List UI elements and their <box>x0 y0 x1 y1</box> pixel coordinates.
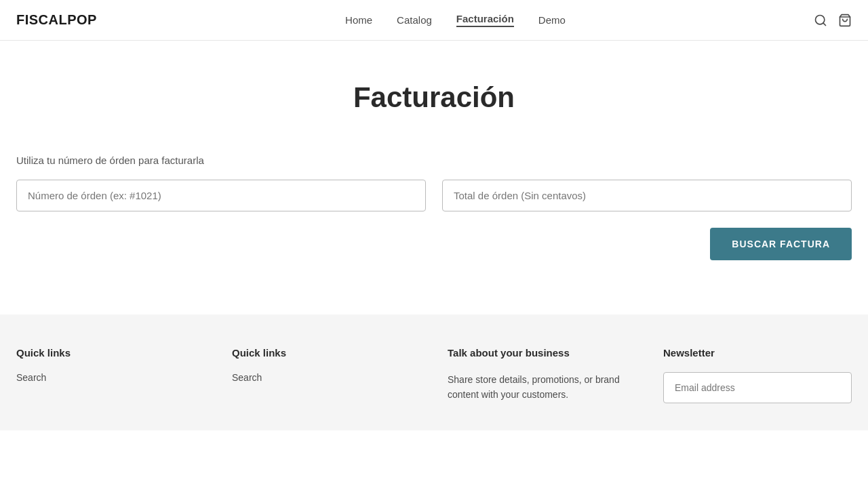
form-description: Utiliza tu número de órden para facturar… <box>16 155 852 166</box>
footer-title-2: Quick links <box>232 347 420 359</box>
footer-section-1: Quick links Search <box>16 347 205 403</box>
main-nav: Home Catalog Facturación Demo <box>345 13 566 27</box>
form-row <box>16 180 852 211</box>
footer-link-search-1[interactable]: Search <box>16 372 205 383</box>
footer-section-2: Quick links Search <box>232 347 420 403</box>
nav-catalog[interactable]: Catalog <box>397 14 432 26</box>
footer-title-3: Talk about your business <box>448 347 636 359</box>
footer-title-1: Quick links <box>16 347 205 359</box>
svg-line-1 <box>823 22 826 25</box>
site-footer: Quick links Search Quick links Search Ta… <box>0 314 868 430</box>
cart-button[interactable] <box>838 14 852 27</box>
footer-grid: Quick links Search Quick links Search Ta… <box>16 347 852 403</box>
search-button[interactable] <box>814 14 827 27</box>
page-title: Facturación <box>16 81 852 114</box>
buscar-factura-button[interactable]: BUSCAR FACTURA <box>710 228 852 260</box>
footer-business-text: Share store details, promotions, or bran… <box>448 372 636 403</box>
search-icon <box>814 14 827 27</box>
form-actions: BUSCAR FACTURA <box>16 228 852 260</box>
order-number-input[interactable] <box>16 180 426 211</box>
nav-demo[interactable]: Demo <box>538 14 566 26</box>
main-content: Facturación Utiliza tu número de órden p… <box>0 41 868 314</box>
order-total-input[interactable] <box>442 180 852 211</box>
nav-home[interactable]: Home <box>345 14 372 26</box>
footer-link-search-2[interactable]: Search <box>232 372 420 383</box>
site-header: FISCALPOP Home Catalog Facturación Demo <box>0 0 868 41</box>
header-actions <box>814 14 852 27</box>
cart-icon <box>838 14 852 27</box>
footer-title-4: Newsletter <box>663 347 852 359</box>
site-logo[interactable]: FISCALPOP <box>16 12 97 28</box>
nav-facturacion[interactable]: Facturación <box>456 13 514 27</box>
newsletter-email-input[interactable] <box>663 372 852 403</box>
footer-section-4: Newsletter <box>663 347 852 403</box>
footer-section-3: Talk about your business Share store det… <box>448 347 636 403</box>
